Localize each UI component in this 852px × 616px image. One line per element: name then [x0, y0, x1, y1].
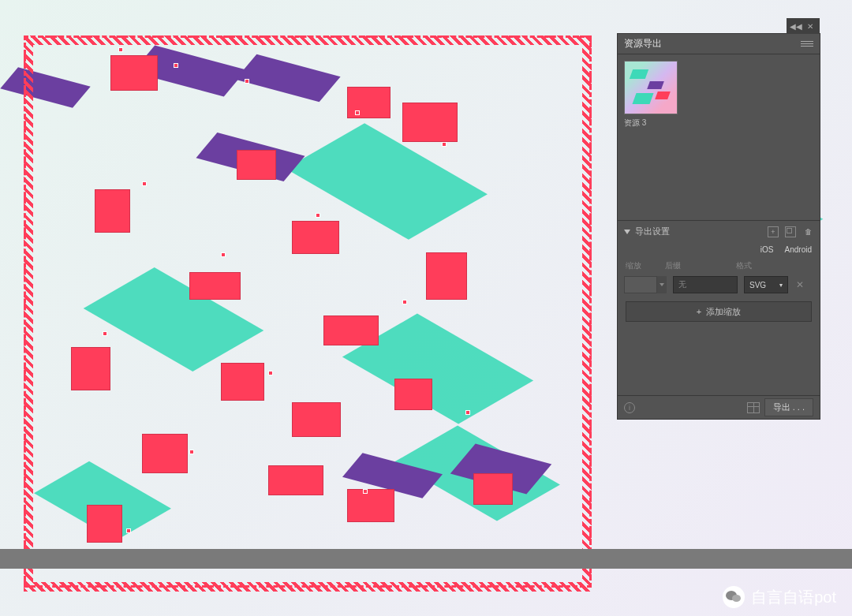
tab-android[interactable]: Android — [785, 245, 812, 254]
column-headers: 缩放 后缀 格式 — [618, 257, 820, 273]
export-format-row: 无 SVG ▾ ✕ — [618, 273, 820, 297]
chevron-down-icon: ▾ — [779, 282, 783, 289]
panel-window-controls: ◀◀ ✕ — [787, 18, 820, 34]
preview-grid-icon[interactable] — [747, 402, 760, 413]
asset-export-panel: ◀◀ ✕ 资源导出 资源 3 导出设置 + 🗑 — [617, 33, 820, 420]
add-scale-label: 添加缩放 — [706, 306, 741, 318]
add-grid-icon[interactable]: + — [768, 226, 779, 237]
asset-item[interactable]: 资源 3 — [624, 61, 681, 129]
duplicate-icon[interactable] — [785, 226, 796, 237]
platform-tabs: iOS Android — [618, 242, 820, 257]
plus-icon: + — [697, 307, 701, 316]
panel-menu-icon[interactable] — [801, 38, 813, 50]
asset-list[interactable]: 资源 3 — [618, 54, 820, 220]
panel-footer: i 导出 . . . — [618, 395, 820, 419]
header-scale: 缩放 — [626, 260, 665, 271]
suffix-input[interactable]: 无 — [673, 276, 738, 293]
export-settings-header[interactable]: 导出设置 + 🗑 — [618, 221, 820, 242]
header-format: 格式 — [736, 260, 783, 271]
export-settings-title: 导出设置 — [635, 226, 763, 237]
panel-close-icon[interactable]: ✕ — [804, 20, 816, 32]
asset-label: 资源 3 — [624, 118, 681, 129]
format-value: SVG — [749, 281, 766, 289]
info-icon[interactable]: i — [624, 402, 635, 413]
selection-marquee — [24, 35, 592, 592]
asset-thumbnail[interactable] — [624, 61, 678, 114]
trash-icon[interactable]: 🗑 — [802, 226, 813, 237]
panel-header: 资源导出 — [618, 34, 820, 54]
section-toggle-icon[interactable] — [624, 230, 630, 234]
watermark: 自言自语pot — [723, 586, 836, 608]
scale-dropdown-icon[interactable] — [657, 276, 667, 293]
header-suffix: 后缀 — [665, 260, 736, 271]
add-scale-button[interactable]: + 添加缩放 — [626, 301, 812, 322]
bottom-scrollbar-track[interactable] — [0, 549, 852, 569]
scale-input[interactable] — [624, 276, 657, 293]
tab-ios[interactable]: iOS — [760, 245, 774, 254]
wechat-icon — [723, 586, 745, 608]
export-settings-section: 导出设置 + 🗑 iOS Android 缩放 后缀 格式 无 SVG — [618, 220, 820, 322]
watermark-text: 自言自语pot — [751, 587, 836, 608]
remove-row-icon[interactable]: ✕ — [794, 279, 805, 290]
panel-collapse-icon[interactable]: ◀◀ — [790, 20, 802, 32]
export-button[interactable]: 导出 . . . — [764, 398, 813, 416]
panel-title: 资源导出 — [624, 37, 801, 50]
format-select[interactable]: SVG ▾ — [744, 276, 788, 293]
